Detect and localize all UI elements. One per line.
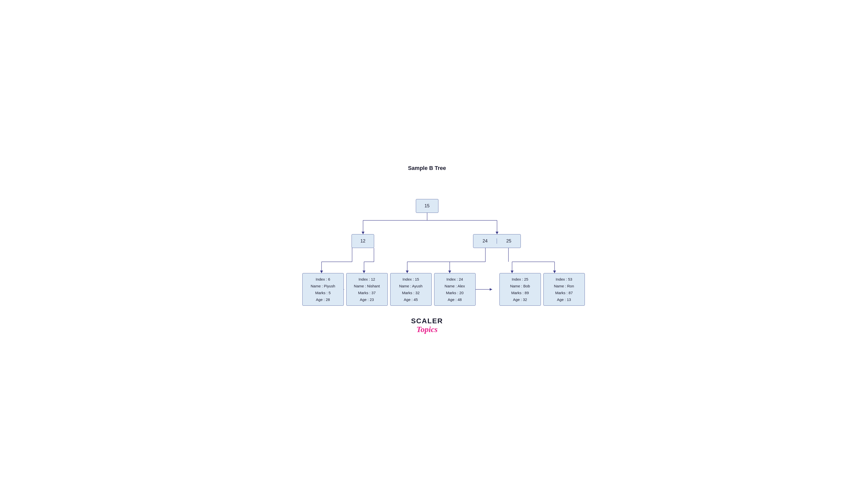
leaf-2-marks: Marks : 32 [402,290,420,295]
leaf-2-name: Name : Ayush [399,283,422,289]
root-value: 15 [424,203,429,209]
leaf-5-index: Index : 53 [556,276,572,282]
leaf-node-0: Index : 6 Name : Piyush Marks : 5 Age : … [302,273,344,306]
leaf-0-name: Name : Piyush [310,283,335,289]
leaf-1-index: Index : 12 [359,276,375,282]
leaf-4-name: Name : Bob [510,283,530,289]
svg-marker-9 [320,271,323,273]
leaf-0-marks: Marks : 5 [315,290,331,295]
leaf-4-age: Age : 32 [513,297,527,302]
svg-marker-3 [361,232,364,234]
leaf-1-age: Age : 23 [360,297,374,302]
branding-scaler: SCALER [282,317,573,325]
leaf-3-index: Index : 24 [446,276,463,282]
leaf-5-marks: Marks : 87 [555,290,573,295]
l1-left-node: 12 [352,234,374,248]
leaf-node-3: Index : 24 Name : Alex Marks : 20 Age : … [434,273,476,306]
svg-marker-5 [495,232,498,234]
leaf-2-index: Index : 15 [403,276,419,282]
tree-area: 15 12 24 25 Index : 6 Name : Piyush Mark… [282,179,573,309]
l1-right-cell-24-value: 24 [483,238,488,244]
l1-right-cell-24: 24 [473,238,497,244]
l1-right-cell-25: 25 [497,238,520,244]
svg-marker-13 [362,271,366,273]
svg-marker-33 [490,288,492,291]
l1-right-cell-25-value: 25 [506,238,511,244]
l1-left-value: 12 [360,238,366,244]
svg-marker-23 [511,271,514,273]
l1-right-node: 24 25 [473,234,521,248]
leaf-4-index: Index : 25 [512,276,528,282]
leaf-0-age: Age : 28 [316,297,330,302]
leaf-5-name: Name : Ron [554,283,574,289]
svg-marker-19 [448,271,451,273]
leaf-5-age: Age : 13 [557,297,571,302]
leaf-node-5: Index : 53 Name : Ron Marks : 87 Age : 1… [544,273,585,306]
leaf-4-marks: Marks : 89 [511,290,529,295]
page-title: Sample B Tree [282,165,573,172]
leaf-3-name: Name : Alex [445,283,465,289]
leaf-3-age: Age : 48 [448,297,462,302]
leaf-3-marks: Marks : 20 [446,290,464,295]
leaf-node-4: Index : 25 Name : Bob Marks : 89 Age : 3… [499,273,541,306]
leaf-0-index: Index : 6 [316,276,330,282]
leaf-node-1: Index : 12 Name : Nishant Marks : 37 Age… [346,273,388,306]
leaf-node-2: Index : 15 Name : Ayush Marks : 32 Age :… [390,273,432,306]
page-container: Sample B Tree [277,155,578,349]
branding-topics: Topics [282,325,573,334]
svg-marker-25 [553,271,556,273]
root-node: 15 [416,199,439,213]
svg-marker-17 [406,271,409,273]
branding: SCALER Topics [282,317,573,334]
leaf-1-marks: Marks : 37 [358,290,376,295]
leaf-2-age: Age : 45 [404,297,418,302]
leaf-1-name: Name : Nishant [354,283,380,289]
